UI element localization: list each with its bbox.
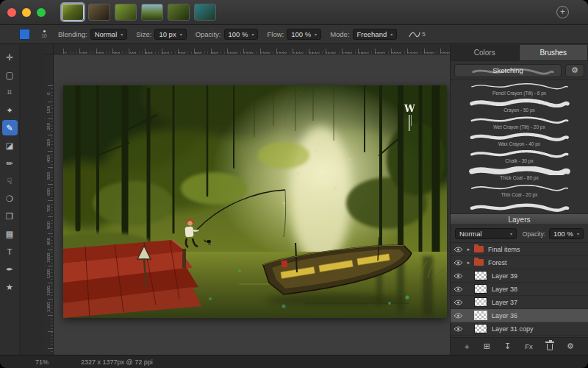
layer-row[interactable]: Layer 31 copy	[451, 322, 588, 336]
layer-name: Layer 38	[492, 286, 517, 293]
ruler-corner	[44, 45, 54, 54]
layer-row[interactable]: Layer 36	[451, 309, 588, 322]
layer-name: Final items	[488, 246, 520, 253]
document-info: 2327 x 1377px @ 72 ppi	[81, 358, 153, 366]
tool-blur[interactable]: ❍	[2, 191, 18, 206]
brush-size-value: 10	[41, 33, 46, 38]
disclosure-caret[interactable]: ▸	[466, 260, 471, 266]
brush-item[interactable]: Wax Crayon - 40 px	[451, 131, 588, 148]
document-tab[interactable]	[168, 4, 190, 21]
visibility-eye-icon[interactable]	[453, 273, 463, 279]
layer-thumbnail[interactable]	[474, 311, 487, 320]
brush-item[interactable]	[451, 199, 588, 213]
option-value: 100 %	[229, 30, 248, 38]
close-button[interactable]	[7, 8, 16, 17]
layer-settings-button[interactable]: ⚙	[567, 342, 574, 351]
brush-item[interactable]: Thick Coal - 80 px	[451, 165, 588, 182]
layer-row[interactable]: Layer 39	[451, 269, 588, 283]
brush-item[interactable]: Chalk - 30 px	[451, 148, 588, 165]
option-dropdown[interactable]: 100 % ▾	[287, 29, 321, 40]
layer-thumbnail[interactable]	[474, 297, 487, 307]
brush-stroke-preview	[461, 166, 578, 175]
color-swatch[interactable]	[19, 29, 30, 40]
add-layer-button[interactable]: +	[465, 342, 469, 351]
tool-marquee[interactable]: ▢	[2, 67, 18, 82]
brush-set-name: Sketching	[492, 66, 523, 74]
tool-pencil[interactable]: ✏	[2, 155, 18, 171]
tool-sidebar: ✛ ▢ ⌗ ✦ ✎ ◪ ✏ ☟ ❍ ❐ ▦ T ✒ ★	[0, 45, 20, 355]
brush-label: Thick Coal - 80 px	[500, 175, 538, 181]
canvas[interactable]: W	[63, 85, 447, 318]
tool-wand[interactable]: ✦	[2, 102, 18, 118]
brush-stroke-preview	[461, 99, 578, 107]
blend-mode-dropdown[interactable]: Normal ▾	[455, 228, 517, 239]
brush-item[interactable]: Crayon - 50 px	[451, 97, 588, 114]
brush-set-dropdown[interactable]: Sketching	[454, 64, 562, 77]
layer-thumbnail[interactable]	[474, 324, 487, 333]
option-label: Flow:	[267, 30, 284, 38]
horizontal-ruler: 0100200300400500600700800900100011001200…	[54, 45, 450, 54]
visibility-eye-icon[interactable]	[453, 300, 463, 305]
visibility-eye-icon[interactable]	[453, 247, 463, 252]
document-tab[interactable]	[194, 4, 216, 21]
tool-brush[interactable]: ✎	[2, 120, 18, 135]
document-tab[interactable]	[141, 4, 163, 21]
layer-row[interactable]: ▸ Final items	[451, 243, 588, 256]
tool-star[interactable]: ★	[2, 279, 18, 294]
stroke-smoothing-control[interactable]: 5	[409, 30, 425, 39]
option-fields: Blending: Normal ▾ Size: 10 px ▾ Opaci	[58, 29, 397, 40]
titlebar: +	[0, 0, 588, 25]
layer-row[interactable]: Layer 37	[451, 296, 588, 309]
document-tab[interactable]	[115, 4, 137, 21]
tool-move[interactable]: ✛	[2, 49, 18, 65]
tool-smudge[interactable]: ☟	[2, 173, 18, 188]
brush-item[interactable]: Pencil Crayon (Tilt) - 6 px	[451, 80, 588, 97]
dropdown-arrow-icon: ▾	[577, 231, 579, 236]
group-folder-icon	[474, 246, 484, 252]
visibility-eye-icon[interactable]	[453, 286, 463, 292]
option-dropdown[interactable]: Normal ▾	[90, 29, 128, 40]
add-group-button[interactable]: ⊞	[484, 342, 490, 351]
effects-button[interactable]: Fx	[525, 342, 533, 350]
zoom-button[interactable]	[37, 8, 46, 17]
ruler-label: 800	[46, 222, 51, 229]
layer-thumbnail[interactable]	[474, 284, 487, 294]
opacity-dropdown[interactable]: 100 % ▾	[549, 228, 584, 239]
brush-item[interactable]: Thin Coal - 20 px	[451, 182, 588, 199]
canvas-artwork[interactable]: W	[63, 85, 447, 318]
tool-clone[interactable]: ❐	[2, 208, 18, 224]
tool-eraser[interactable]: ◪	[2, 138, 18, 153]
squiggle-icon	[409, 30, 420, 39]
visibility-eye-icon[interactable]	[453, 326, 463, 332]
delete-layer-button[interactable]	[547, 341, 553, 352]
opacity-label: Opacity:	[523, 230, 545, 238]
panel-tab[interactable]: Colors	[451, 45, 520, 60]
add-document-button[interactable]: +	[556, 6, 569, 18]
document-tab[interactable]	[88, 4, 110, 21]
document-tab[interactable]	[62, 4, 84, 21]
pasteboard: W	[54, 54, 450, 355]
brush-settings-button[interactable]: ⚙	[565, 64, 584, 77]
visibility-eye-icon[interactable]	[453, 313, 463, 319]
option-dropdown[interactable]: 10 px ▾	[154, 29, 186, 40]
brush-item[interactable]: Wet Crayon (Tilt) - 20 px	[451, 114, 588, 131]
minimize-button[interactable]	[22, 8, 31, 17]
import-button[interactable]: ↧	[504, 342, 511, 351]
tool-text[interactable]: T	[2, 244, 18, 259]
tool-eyedropper[interactable]: ✒	[2, 261, 18, 277]
visibility-eye-icon[interactable]	[453, 260, 463, 266]
layer-thumbnail[interactable]	[474, 271, 487, 280]
layer-row[interactable]: Layer 38	[451, 283, 588, 296]
ruler-label: 1000	[46, 252, 51, 262]
brush-stroke-preview	[461, 116, 578, 124]
panel-tab[interactable]: Brushes	[520, 45, 588, 60]
dropdown-arrow-icon: ▾	[315, 32, 317, 37]
option-dropdown[interactable]: Freehand ▾	[353, 29, 398, 40]
option-field: Flow: 100 % ▾	[267, 29, 321, 40]
tool-crop[interactable]: ⌗	[2, 85, 18, 100]
option-value: 10 px	[159, 30, 176, 38]
tool-shapes[interactable]: ▦	[2, 226, 18, 241]
layer-row[interactable]: ▸ Forest	[451, 256, 588, 269]
disclosure-caret[interactable]: ▸	[466, 247, 471, 252]
option-dropdown[interactable]: 100 % ▾	[224, 29, 259, 40]
